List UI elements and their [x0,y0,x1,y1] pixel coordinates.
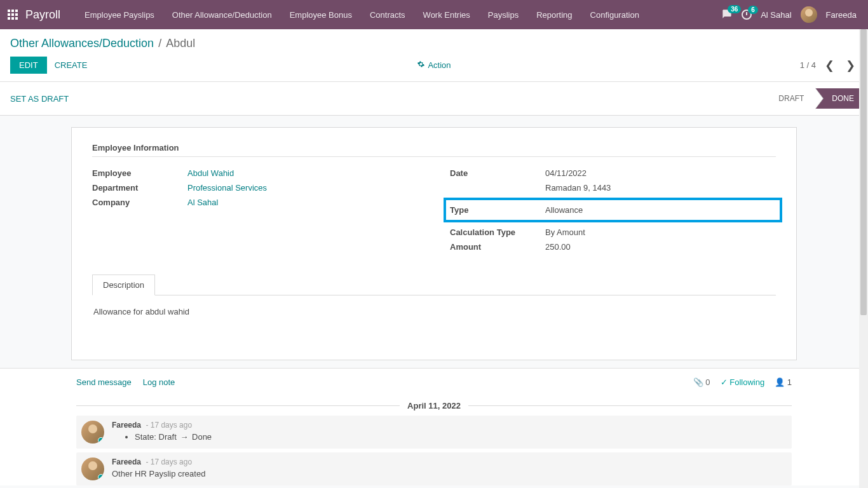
activities-icon[interactable]: 6 [742,10,752,20]
main-menu: Employee Payslips Other Allowance/Deduct… [76,0,721,29]
apps-icon[interactable] [8,10,18,20]
date-label: Date [450,168,545,178]
menu-employee-bonus[interactable]: Employee Bonus [281,0,361,29]
message-time: - 17 days ago [146,458,192,466]
menu-payslips[interactable]: Payslips [479,0,527,29]
activities-badge: 6 [748,6,758,14]
scrollbar[interactable] [859,29,868,488]
amount-label: Amount [450,242,545,252]
status-draft[interactable]: DRAFT [762,88,815,109]
date-separator: April 11, 2022 [76,401,792,410]
message-item: Fareeda - 17 days ago Other HR Payslip c… [76,452,792,485]
company-switcher[interactable]: Al Sahal [761,10,791,20]
send-message-button[interactable]: Send message [76,377,132,387]
menu-contracts[interactable]: Contracts [361,0,414,29]
arrow-right-icon: → [180,432,188,442]
following-label: Following [729,377,764,387]
type-value: Allowance [545,205,583,215]
breadcrumb-parent[interactable]: Other Allowances/Deduction [10,37,154,50]
scrollbar-thumb[interactable] [860,29,867,315]
section-title: Employee Information [92,143,776,157]
discuss-badge: 36 [728,5,741,13]
track-old: Draft [159,432,177,442]
date-separator-label: April 11, 2022 [400,401,468,410]
create-button[interactable]: CREATE [55,60,88,70]
breadcrumb-current: Abdul [166,37,195,50]
menu-employee-payslips[interactable]: Employee Payslips [76,0,163,29]
action-label: Action [428,60,451,70]
discuss-icon[interactable]: 36 [721,9,733,21]
message-text: Other HR Payslip created [112,469,787,478]
top-navbar: Payroll Employee Payslips Other Allowanc… [0,0,868,29]
message-author[interactable]: Fareeda [112,421,141,430]
status-steps: DRAFT DONE [762,88,868,109]
breadcrumb-sep: / [158,37,165,50]
description-content: Allowance for abdul wahid [92,295,776,328]
message-avatar[interactable] [81,458,104,480]
following-button[interactable]: ✓ Following [721,377,765,387]
form-sheet: Employee Information Employee Abdul Wahi… [71,127,797,360]
company-label: Company [92,198,187,207]
message-author[interactable]: Fareeda [112,458,141,466]
breadcrumb: Other Allowances/Deduction / Abdul [10,37,858,50]
track-field: State: [135,432,156,442]
department-label: Department [92,183,187,193]
pager-text[interactable]: 1 / 4 [800,60,816,70]
department-value[interactable]: Professional Services [187,183,267,193]
followers-button[interactable]: 👤 1 [775,377,792,387]
control-bar: EDIT CREATE Action 1 / 4 ❮ ❯ [0,50,868,82]
date-alt-label [450,183,545,193]
menu-work-entries[interactable]: Work Entries [414,0,479,29]
breadcrumb-bar: Other Allowances/Deduction / Abdul [0,29,868,50]
user-name[interactable]: Fareeda [826,10,857,20]
attachments-button[interactable]: 📎 0 [693,377,710,387]
log-note-button[interactable]: Log note [143,377,175,387]
followers-count: 1 [787,377,792,387]
calc-value: By Amount [545,227,585,237]
notebook: Description Allowance for abdul wahid [92,274,776,328]
menu-reporting[interactable]: Reporting [527,0,581,29]
attach-count: 0 [705,377,710,387]
form-left-column: Employee Abdul Wahid Department Professi… [92,166,418,254]
user-avatar[interactable] [801,6,817,23]
tab-description[interactable]: Description [92,274,155,295]
action-dropdown[interactable]: Action [417,60,451,70]
date-alt-value: Ramadan 9, 1443 [545,183,611,193]
form-right-column: Date 04/11/2022 Ramadan 9, 1443 Type All… [450,166,776,254]
highlight-type: Type Allowance [444,198,782,222]
navbar-right: 36 6 Al Sahal Fareeda [721,6,863,23]
user-icon: 👤 [775,377,785,387]
employee-label: Employee [92,168,187,178]
type-label: Type [450,205,545,215]
amount-value: 250.00 [545,242,571,252]
message-item: Fareeda - 17 days ago State: Draft → Don… [76,416,792,449]
brand-title[interactable]: Payroll [25,8,60,22]
status-bar: SET AS DRAFT DRAFT DONE [0,82,868,116]
message-avatar[interactable] [81,421,104,444]
paperclip-icon: 📎 [693,377,703,387]
message-time: - 17 days ago [146,421,192,430]
employee-value[interactable]: Abdul Wahid [187,168,234,178]
menu-configuration[interactable]: Configuration [581,0,648,29]
calc-label: Calculation Type [450,227,545,237]
gear-icon [417,60,424,68]
menu-other-allowance-deduction[interactable]: Other Allowance/Deduction [163,0,281,29]
check-icon: ✓ [721,377,730,387]
date-value: 04/11/2022 [545,168,587,178]
set-as-draft-button[interactable]: SET AS DRAFT [10,94,69,104]
chatter: Send message Log note 📎 0 ✓ Following 👤 … [0,368,868,485]
track-new: Done [192,432,212,442]
edit-button[interactable]: EDIT [10,57,47,74]
pager-next[interactable]: ❯ [843,58,858,72]
company-value[interactable]: Al Sahal [187,198,218,207]
pager-prev[interactable]: ❮ [822,58,837,72]
pager: 1 / 4 ❮ ❯ [800,58,858,72]
